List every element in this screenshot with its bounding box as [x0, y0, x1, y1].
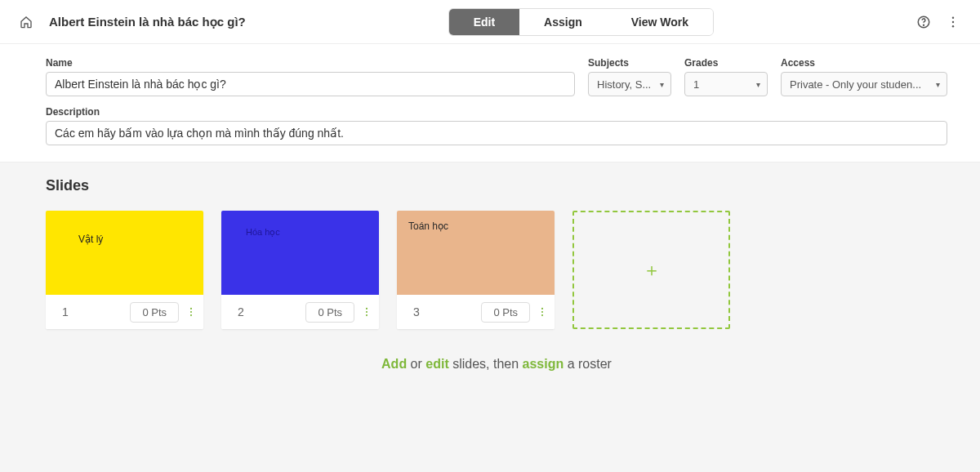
topbar: Albert Einstein là nhà bác học gì? Edit …: [0, 0, 980, 44]
plus-icon: ＋: [643, 261, 661, 279]
field-subjects: Subjects History, S... ▾: [588, 57, 671, 96]
tab-view-work[interactable]: View Work: [607, 9, 713, 35]
slide-more-icon[interactable]: [537, 306, 548, 318]
subjects-label: Subjects: [588, 57, 671, 69]
slides-section: Slides Vật lý 1 0 Pts Hóa học 2 0 Pts: [0, 163, 980, 472]
description-input[interactable]: [46, 121, 947, 145]
hint-or: or: [407, 357, 425, 371]
field-grades: Grades 1 ▾: [684, 57, 768, 96]
svg-point-9: [366, 311, 368, 313]
slide-more-icon[interactable]: [185, 306, 197, 318]
tab-group-container: Edit Assign View Work: [246, 8, 916, 36]
slide-thumb: Toán học: [397, 211, 555, 295]
field-name: Name: [46, 57, 575, 96]
svg-point-1: [924, 24, 924, 25]
slide-thumb: Hóa học: [221, 211, 379, 295]
access-value: Private - Only your studen...: [790, 78, 921, 91]
slide-number: 1: [62, 305, 130, 318]
hint-add[interactable]: Add: [381, 357, 407, 371]
grades-label: Grades: [684, 57, 768, 69]
grades-select[interactable]: 1 ▾: [684, 72, 768, 96]
home-icon[interactable]: [20, 16, 33, 29]
access-label: Access: [781, 57, 947, 69]
more-icon[interactable]: [946, 15, 960, 29]
svg-point-13: [541, 314, 543, 316]
slide-footer: 2 0 Pts: [221, 295, 379, 329]
name-label: Name: [46, 57, 575, 69]
tab-assign[interactable]: Assign: [519, 9, 607, 35]
caret-down-icon: ▾: [660, 80, 664, 89]
topbar-actions: [916, 15, 960, 29]
form-row-2: Description: [46, 106, 947, 145]
description-label: Description: [46, 106, 947, 118]
name-input[interactable]: [46, 72, 575, 96]
svg-point-6: [190, 311, 192, 313]
slide-card[interactable]: Hóa học 2 0 Pts: [221, 211, 379, 329]
svg-point-12: [541, 311, 543, 313]
slide-footer: 1 0 Pts: [46, 295, 203, 329]
points-badge[interactable]: 0 Pts: [305, 302, 354, 323]
svg-point-3: [952, 20, 954, 22]
access-select[interactable]: Private - Only your studen... ▾: [781, 72, 947, 96]
slide-more-icon[interactable]: [361, 306, 372, 318]
svg-point-11: [541, 308, 543, 309]
svg-point-2: [952, 16, 954, 18]
points-badge[interactable]: 0 Pts: [481, 302, 530, 323]
form-section: Name Subjects History, S... ▾ Grades 1 ▾…: [0, 44, 980, 163]
help-icon[interactable]: [916, 15, 931, 29]
hint-assign[interactable]: assign: [523, 357, 564, 371]
svg-point-10: [366, 314, 368, 316]
hint-end: a roster: [564, 357, 612, 371]
hint-mid: slides, then: [449, 357, 523, 371]
add-slide-button[interactable]: ＋: [572, 211, 730, 329]
subjects-value: History, S...: [597, 78, 651, 91]
slides-row: Vật lý 1 0 Pts Hóa học 2 0 Pts: [46, 211, 947, 329]
hint-edit[interactable]: edit: [425, 357, 448, 371]
caret-down-icon: ▾: [756, 80, 760, 89]
grades-value: 1: [693, 78, 699, 91]
slide-thumb-label: Toán học: [408, 220, 448, 232]
slides-title: Slides: [46, 177, 947, 194]
tab-edit[interactable]: Edit: [449, 9, 519, 35]
slide-card[interactable]: Vật lý 1 0 Pts: [46, 211, 203, 329]
svg-point-7: [190, 314, 192, 316]
svg-point-5: [190, 308, 192, 309]
hint-text: Add or edit slides, then assign a roster: [46, 357, 947, 372]
points-badge[interactable]: 0 Pts: [130, 302, 179, 323]
tab-group: Edit Assign View Work: [448, 8, 714, 36]
svg-point-4: [952, 25, 954, 27]
page-title: Albert Einstein là nhà bác học gì?: [49, 15, 246, 29]
slide-thumb-label: Vật lý: [57, 234, 103, 245]
svg-point-8: [366, 308, 368, 309]
slide-thumb: Vật lý: [46, 211, 203, 295]
slide-card[interactable]: Toán học 3 0 Pts: [397, 211, 555, 329]
caret-down-icon: ▾: [936, 80, 940, 89]
subjects-select[interactable]: History, S... ▾: [588, 72, 671, 96]
slide-thumb-label: Hóa học: [233, 227, 280, 238]
field-access: Access Private - Only your studen... ▾: [781, 57, 947, 96]
form-row-1: Name Subjects History, S... ▾ Grades 1 ▾…: [46, 57, 947, 96]
slide-number: 3: [413, 305, 481, 318]
field-description: Description: [46, 106, 947, 145]
slide-number: 2: [238, 305, 305, 318]
slide-footer: 3 0 Pts: [397, 295, 555, 329]
